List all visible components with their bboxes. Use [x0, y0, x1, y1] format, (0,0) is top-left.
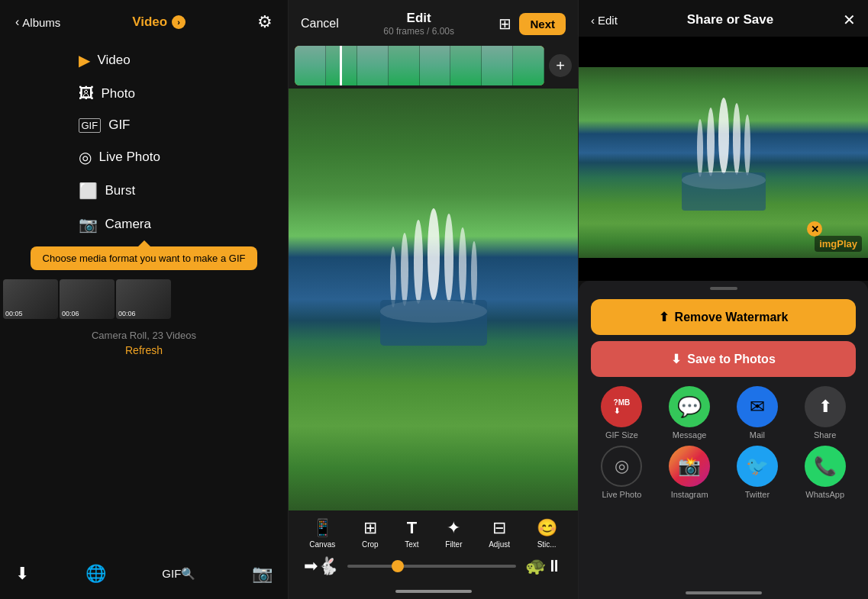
download-icon[interactable]: ⬇: [15, 564, 29, 584]
canvas-icon: 📱: [312, 518, 333, 538]
film-frame-8: [513, 46, 544, 85]
tool-filter[interactable]: ✦ Filter: [445, 518, 462, 549]
rabbit-icon[interactable]: 🐇: [318, 556, 338, 576]
edit-subtitle: 60 frames / 6.00s: [383, 26, 454, 37]
share-item-instagram[interactable]: 📸 Instagram: [659, 446, 721, 499]
share-grid: ?MB⬇ GIF Size 💬 Message ✉ Mail ⬆: [591, 386, 856, 499]
refresh-button[interactable]: Refresh: [0, 344, 288, 356]
share-or-save-title: Share or Save: [687, 12, 773, 27]
whatsapp-label: WhatsApp: [805, 490, 844, 499]
crop-label: Crop: [362, 540, 379, 549]
imgplay-label: imgPlay: [819, 238, 857, 250]
share-item-whatsapp[interactable]: 📞 WhatsApp: [794, 446, 856, 499]
next-button[interactable]: Next: [519, 13, 566, 35]
adjust-label: Adjust: [489, 540, 510, 549]
share-save-sheet: ⬆ Remove Watermark ⬇ Save to Photos ?MB⬇…: [579, 281, 868, 578]
add-clip-button[interactable]: +: [549, 54, 572, 77]
live-photo-share-label: Live Photo: [602, 490, 641, 499]
pause-icon[interactable]: ⏸: [546, 556, 563, 576]
back-edit-button[interactable]: ‹ Edit: [591, 14, 618, 27]
svg-point-1: [414, 220, 423, 304]
nav-item-gif[interactable]: GIF GIF: [68, 111, 221, 140]
preview-bottom-spacer: [579, 258, 868, 281]
save-photos-label: Save to Photos: [687, 353, 776, 366]
panel3-header: ‹ Edit Share or Save ✕: [579, 0, 868, 37]
title-text: Video: [132, 14, 167, 30]
panel2-header: Cancel Edit 60 frames / 6.00s ⊞ Next: [289, 0, 578, 43]
gif-icon: GIF: [79, 118, 102, 133]
share-icon: ⬆: [805, 386, 846, 427]
svg-point-0: [428, 208, 440, 300]
nav-gif-label: GIF: [108, 118, 130, 133]
nav-camera-label: Camera: [105, 217, 151, 232]
home-indicator-2: [395, 590, 472, 593]
tool-adjust[interactable]: ⊟ Adjust: [489, 518, 510, 549]
film-frame-3: [357, 46, 389, 85]
media-thumb-2[interactable]: 00:06: [60, 279, 115, 319]
message-label: Message: [673, 430, 707, 440]
share-item-message[interactable]: 💬 Message: [659, 386, 721, 440]
media-thumb-3[interactable]: 00:06: [116, 279, 171, 319]
svg-point-10: [707, 108, 715, 176]
home-indicator-3: [686, 591, 762, 594]
gear-icon[interactable]: ⚙: [257, 12, 273, 32]
tool-crop[interactable]: ⊞ Crop: [362, 518, 379, 549]
tool-text[interactable]: T Text: [405, 518, 418, 549]
chevron-left-icon: ‹: [15, 15, 19, 29]
mail-icon: ✉: [737, 386, 778, 427]
filter-label: Filter: [445, 540, 462, 549]
share-item-live-photo[interactable]: ◎ Live Photo: [591, 446, 653, 499]
panel1-header: ‹ Albums Video › ⚙: [0, 0, 288, 40]
preview-image-area: ✕ imgPlay: [579, 67, 868, 258]
nav-item-photo[interactable]: 🖼 Photo: [68, 78, 221, 109]
waterfall-image: [289, 89, 578, 510]
share-item-gif-size[interactable]: ?MB⬇ GIF Size: [591, 386, 653, 440]
tool-sticker[interactable]: 😊 Stic...: [537, 518, 557, 549]
back-albums-button[interactable]: ‹ Albums: [15, 15, 60, 29]
camera-icon: 📷: [79, 215, 98, 233]
svg-point-13: [744, 114, 750, 176]
video-preview: [289, 89, 578, 510]
turtle-icon[interactable]: 🐢: [525, 556, 546, 576]
twitter-label: Twitter: [745, 490, 770, 499]
share-label: Share: [814, 430, 836, 440]
preview-waterfall: [579, 67, 868, 258]
media-thumb-1[interactable]: 00:05: [3, 279, 58, 319]
sheet-handle: [710, 287, 737, 290]
share-item-twitter[interactable]: 🐦 Twitter: [727, 446, 789, 499]
film-strip[interactable]: [295, 46, 544, 85]
nav-item-live-photo[interactable]: ◎ Live Photo: [68, 141, 221, 173]
panel2-home-bar: [289, 581, 578, 596]
waterfall-svg: [357, 178, 510, 422]
sticker-label: Stic...: [537, 540, 557, 549]
grid-icon[interactable]: ⊞: [499, 14, 511, 33]
nav-item-video[interactable]: ▶ Video: [68, 44, 221, 76]
remove-watermark-button[interactable]: ⬆ Remove Watermark: [591, 299, 856, 335]
globe-icon[interactable]: 🌐: [86, 564, 106, 584]
camera-roll-label: Camera Roll, 23 Videos: [0, 330, 288, 341]
share-item-mail[interactable]: ✉ Mail: [727, 386, 789, 440]
live-photo-share-icon: ◎: [601, 446, 642, 487]
svg-point-6: [471, 241, 477, 305]
watermark-close-icon[interactable]: ✕: [807, 221, 822, 237]
nav-item-burst[interactable]: ⬜ Burst: [68, 175, 221, 207]
forward-icon[interactable]: ➡: [304, 556, 318, 576]
filter-icon: ✦: [447, 518, 460, 538]
tool-canvas[interactable]: 📱 Canvas: [309, 518, 335, 549]
nav-item-camera[interactable]: 📷 Camera: [68, 208, 221, 240]
panel-3: ‹ Edit Share or Save ✕ ✕ imgPlay ⬆: [579, 0, 868, 599]
share-item-share[interactable]: ⬆ Share: [794, 386, 856, 440]
cancel-button[interactable]: Cancel: [301, 17, 339, 31]
close-button[interactable]: ✕: [843, 11, 856, 29]
crop-icon: ⊞: [363, 518, 377, 538]
save-photos-button[interactable]: ⬇ Save to Photos: [591, 341, 856, 377]
twitter-icon: 🐦: [737, 446, 778, 487]
gif-search-icon[interactable]: GIF🔍: [162, 567, 195, 581]
camera-bottom-icon[interactable]: 📷: [252, 564, 273, 584]
mail-label: Mail: [750, 430, 765, 440]
preview-waterfall-svg: [663, 75, 785, 250]
instagram-icon: 📸: [669, 446, 710, 487]
playback-slider[interactable]: [347, 565, 516, 568]
chevron-left-edit-icon: ‹: [591, 14, 595, 27]
title-badge: ›: [172, 15, 186, 29]
